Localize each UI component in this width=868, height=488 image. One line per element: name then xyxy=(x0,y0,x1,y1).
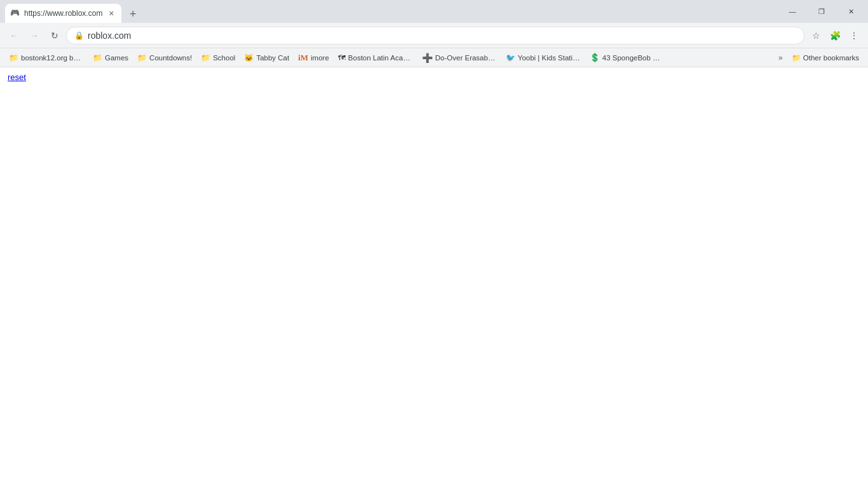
tab-close-button[interactable]: × xyxy=(106,8,116,18)
folder-icon: 📁 xyxy=(792,53,801,62)
bookmark-star-button[interactable]: ☆ xyxy=(807,27,825,44)
bookmark-item-tabby-cat[interactable]: 🐱 Tabby Cat xyxy=(240,51,293,64)
extensions-button[interactable]: 🧩 xyxy=(826,27,844,44)
bookmark-item-boston-latin[interactable]: 🗺 Boston Latin Acade... xyxy=(334,51,417,64)
bookmark-label: 43 SpongeBob Quo... xyxy=(602,54,665,62)
bookmark-item-spongebob[interactable]: 💲 43 SpongeBob Quo... xyxy=(586,51,668,64)
bookmark-item-games[interactable]: 📁 Games xyxy=(89,51,132,64)
reset-link[interactable]: reset xyxy=(8,72,26,82)
chrome-menu-button[interactable]: ⋮ xyxy=(845,27,863,44)
bookmark-label: Tabby Cat xyxy=(256,54,289,62)
folder-icon: 📁 xyxy=(201,53,210,62)
tab-favicon: 🎮 xyxy=(10,8,20,18)
tab-title: https://www.roblox.com xyxy=(24,9,102,18)
minimize-button[interactable]: — xyxy=(778,0,807,23)
bookmark-label: Yoobi | Kids Station... xyxy=(518,54,581,62)
address-bar[interactable]: 🔒 roblox.com xyxy=(66,27,804,44)
title-bar: 🎮 https://www.roblox.com × + — ❐ ✕ xyxy=(0,0,868,23)
new-tab-button[interactable]: + xyxy=(124,5,142,23)
bookmark-label: School xyxy=(213,54,235,62)
do-over-icon: ➕ xyxy=(422,53,433,63)
active-tab[interactable]: 🎮 https://www.roblox.com × xyxy=(5,4,121,23)
bookmark-label: Boston Latin Acade... xyxy=(348,54,413,62)
url-display: roblox.com xyxy=(88,30,796,41)
omnibox-bar: ← → ↻ 🔒 roblox.com ☆ 🧩 ⋮ xyxy=(0,23,868,48)
maximize-button[interactable]: ❐ xyxy=(807,0,836,23)
imore-icon: iM xyxy=(298,53,308,63)
omnibox-actions: ☆ 🧩 ⋮ xyxy=(807,27,863,44)
bookmark-item-yoobi[interactable]: 🐦 Yoobi | Kids Station... xyxy=(502,51,585,64)
folder-icon: 📁 xyxy=(9,53,18,62)
bookmark-label: Countdowns! xyxy=(149,54,192,62)
bookmark-item-bostonk12[interactable]: 📁 bostonk12.org bookmarks xyxy=(5,51,88,64)
yoobi-icon: 🐦 xyxy=(506,53,515,62)
boston-latin-icon: 🗺 xyxy=(338,53,346,62)
bookmarks-overflow: » 📁 Other bookmarks xyxy=(776,51,863,64)
tabby-cat-icon: 🐱 xyxy=(244,53,254,62)
reload-button[interactable]: ↻ xyxy=(46,27,64,44)
tab-strip: 🎮 https://www.roblox.com × + xyxy=(0,4,778,23)
folder-icon: 📁 xyxy=(93,53,102,62)
overflow-button[interactable]: » xyxy=(776,51,785,64)
chrome-window: 🎮 https://www.roblox.com × + — ❐ ✕ ← → ↻… xyxy=(0,0,868,488)
other-bookmarks-label: Other bookmarks xyxy=(803,54,859,62)
close-button[interactable]: ✕ xyxy=(836,0,865,23)
bookmark-item-school[interactable]: 📁 School xyxy=(197,51,239,64)
bookmark-item-imore[interactable]: iM imore xyxy=(294,51,333,65)
spongebob-icon: 💲 xyxy=(590,53,600,62)
page-content: reset xyxy=(0,67,868,488)
other-bookmarks-button[interactable]: 📁 Other bookmarks xyxy=(788,51,863,64)
bookmark-item-do-over[interactable]: ➕ Do-Over Erasable H... xyxy=(418,51,501,65)
window-controls: — ❐ ✕ xyxy=(778,0,868,23)
bookmarks-bar: 📁 bostonk12.org bookmarks 📁 Games 📁 Coun… xyxy=(0,48,868,67)
bookmark-label: Games xyxy=(105,54,128,62)
lock-icon: 🔒 xyxy=(74,31,84,40)
back-button[interactable]: ← xyxy=(5,27,23,44)
folder-icon: 📁 xyxy=(137,53,147,62)
forward-button[interactable]: → xyxy=(25,27,43,44)
bookmark-label: imore xyxy=(311,54,329,62)
bookmark-label: bostonk12.org bookmarks xyxy=(21,54,84,62)
bookmark-label: Do-Over Erasable H... xyxy=(435,54,497,62)
bookmark-item-countdowns[interactable]: 📁 Countdowns! xyxy=(133,51,196,64)
